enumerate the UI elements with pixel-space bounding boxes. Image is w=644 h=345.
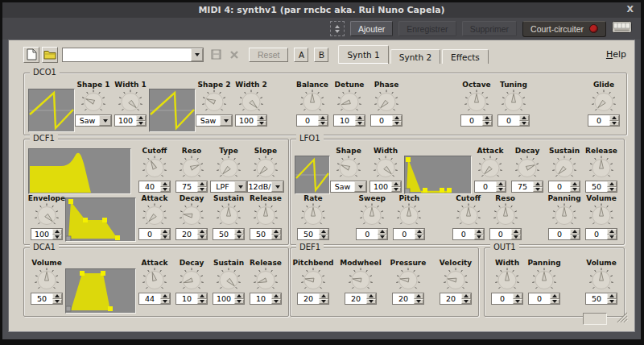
decay-knob[interactable] [513, 156, 542, 181]
spin-down-icon[interactable] [392, 121, 402, 127]
pitchbend-spinbox[interactable]: 20 [297, 293, 329, 305]
spin-down-icon[interactable] [519, 121, 529, 127]
spin-down-icon[interactable] [52, 235, 62, 240]
octave-spinbox[interactable]: 0 [460, 114, 493, 127]
tab-synth1[interactable]: Synth 1 [338, 45, 388, 64]
slope-combo[interactable]: 12dB/ [247, 181, 284, 193]
spin-down-icon[interactable] [482, 121, 492, 127]
phase-spinbox[interactable]: 0 [370, 114, 402, 127]
rate-knob[interactable] [299, 203, 328, 228]
release-spinbox[interactable]: 50 [585, 181, 617, 193]
panning-knob[interactable] [530, 268, 559, 293]
shape-1-combo[interactable]: Saw [75, 114, 112, 127]
preset-nav-spinner[interactable] [330, 21, 345, 36]
sustain-knob[interactable] [214, 203, 243, 228]
spin-down-icon[interactable] [197, 235, 207, 240]
sweep-spinbox[interactable]: 0 [356, 228, 388, 240]
spin-down-icon[interactable] [160, 235, 170, 240]
spin-down-icon[interactable] [570, 187, 580, 193]
attack-knob[interactable] [140, 268, 169, 293]
shape-2-knob[interactable] [200, 89, 229, 114]
reso-spinbox[interactable]: 75 [175, 181, 208, 193]
decay-knob[interactable] [177, 203, 206, 228]
combo-arrow-icon[interactable] [99, 115, 111, 126]
decay-knob[interactable] [177, 268, 206, 293]
combo-arrow-icon[interactable] [220, 115, 232, 126]
release-knob[interactable] [251, 268, 280, 293]
phase-knob[interactable] [372, 89, 401, 114]
balance-knob[interactable] [298, 89, 327, 114]
resize-grip-icon[interactable] [617, 310, 628, 326]
envelope-spinbox[interactable]: 100 [31, 228, 63, 240]
spin-down-icon[interactable] [197, 299, 207, 305]
volume-knob[interactable] [32, 268, 61, 293]
rate-spinbox[interactable]: 50 [297, 228, 329, 240]
octave-knob[interactable] [462, 89, 491, 114]
modwheel-knob[interactable] [346, 268, 375, 293]
spin-down-icon[interactable] [234, 299, 244, 305]
reso-spinbox[interactable]: 0 [489, 228, 522, 240]
panning-spinbox[interactable]: 0 [528, 293, 560, 305]
volume-spinbox[interactable]: 0 [585, 228, 617, 240]
tuning-knob[interactable] [499, 89, 528, 114]
spin-down-icon[interactable] [136, 121, 146, 127]
sweep-knob[interactable] [357, 203, 386, 228]
volume-spinbox[interactable]: 50 [585, 293, 617, 305]
cutoff-spinbox[interactable]: 40 [138, 181, 171, 193]
compare-b-button[interactable]: B [314, 48, 328, 62]
spin-down-icon[interactable] [319, 299, 328, 305]
sustain-knob[interactable] [214, 268, 243, 293]
spin-down-icon[interactable] [414, 299, 423, 305]
volume-knob[interactable] [587, 203, 616, 228]
volume-knob[interactable] [587, 268, 616, 293]
spin-down-icon[interactable] [319, 235, 328, 240]
add-preset-button[interactable]: Ajouter [350, 21, 393, 36]
titlebar[interactable]: MIDI 4: synthv1 (par rncbc aka. Rui Nuno… [2, 2, 641, 18]
panning-knob[interactable] [550, 203, 579, 228]
spin-down-icon[interactable] [257, 121, 266, 127]
open-preset-button[interactable] [42, 47, 58, 63]
glide-knob[interactable] [589, 89, 618, 114]
panning-spinbox[interactable]: 0 [548, 228, 580, 240]
spin-down-icon[interactable] [496, 187, 506, 193]
spin-up-icon[interactable] [335, 25, 340, 28]
balance-spinbox[interactable]: 0 [296, 114, 328, 127]
save-preset-file-button[interactable] [208, 47, 224, 63]
cutoff-knob[interactable] [454, 203, 483, 228]
width-spinbox[interactable]: 100 [369, 181, 402, 193]
keyboard-icon[interactable] [612, 21, 632, 36]
volume-spinbox[interactable]: 50 [31, 293, 63, 305]
width-1-spinbox[interactable]: 100 [114, 114, 147, 127]
attack-spinbox[interactable]: 0 [474, 181, 506, 193]
save-preset-button[interactable]: Enregistrer [398, 21, 456, 36]
velocity-knob[interactable] [441, 268, 470, 293]
spin-down-icon[interactable] [318, 121, 328, 127]
spin-down-icon[interactable] [271, 235, 281, 240]
spin-down-icon[interactable] [271, 299, 281, 305]
spin-down-icon[interactable] [513, 299, 522, 305]
shape-2-combo[interactable]: Saw [196, 114, 233, 127]
spin-down-icon[interactable] [378, 235, 387, 240]
velocity-spinbox[interactable]: 20 [440, 293, 472, 305]
width-2-spinbox[interactable]: 100 [235, 114, 267, 127]
combo-arrow-icon[interactable] [271, 181, 283, 192]
tuning-spinbox[interactable]: 0 [497, 114, 530, 127]
detune-spinbox[interactable]: 10 [333, 114, 365, 127]
attack-knob[interactable] [140, 203, 169, 228]
pitchbend-knob[interactable] [299, 268, 328, 293]
shape-combo[interactable]: Saw [330, 181, 367, 193]
sustain-knob[interactable] [550, 156, 579, 181]
spin-down-icon[interactable] [366, 299, 376, 305]
spin-down-icon[interactable] [607, 299, 617, 305]
reso-knob[interactable] [177, 156, 206, 181]
decay-spinbox[interactable]: 20 [175, 228, 208, 240]
pressure-spinbox[interactable]: 20 [392, 293, 424, 305]
spin-down-icon[interactable] [550, 299, 559, 305]
sustain-spinbox[interactable]: 0 [548, 181, 580, 193]
spin-down-icon[interactable] [511, 235, 521, 240]
width-knob[interactable] [493, 268, 522, 293]
spin-down-icon[interactable] [415, 235, 424, 240]
spin-down-icon[interactable] [160, 187, 170, 193]
release-spinbox[interactable]: 50 [250, 228, 282, 240]
modwheel-spinbox[interactable]: 20 [345, 293, 377, 305]
